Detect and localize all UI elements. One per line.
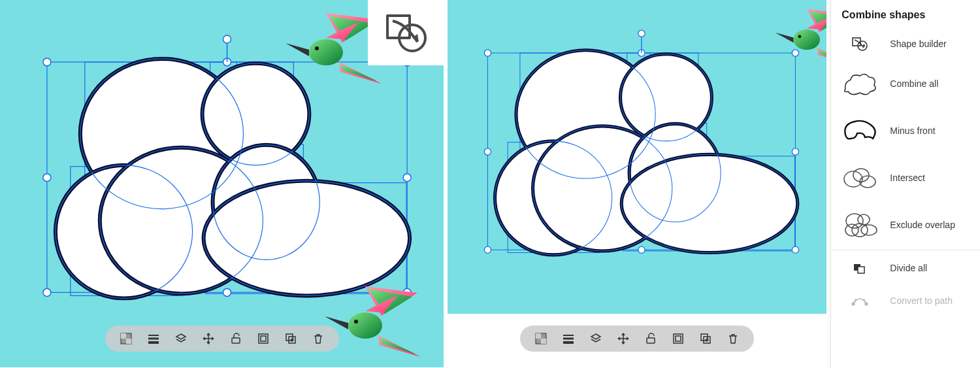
svg-point-72: [484, 148, 491, 155]
artboard-right: [448, 0, 826, 314]
panel-item-label: Combine all: [890, 78, 938, 89]
panel-title: Combine shapes: [831, 0, 980, 27]
panel-item-divide-all[interactable]: Divide all: [831, 252, 980, 284]
exclude-overlap-icon: [841, 209, 878, 241]
panel-item-label: Exclude overlap: [890, 220, 955, 230]
panel-item-intersect[interactable]: Intersect: [831, 154, 980, 201]
svg-rect-87: [647, 338, 655, 343]
svg-point-30: [309, 39, 343, 65]
svg-point-23: [43, 174, 51, 182]
panel-item-label: Minus front: [890, 125, 935, 136]
svg-point-20: [43, 58, 51, 66]
svg-point-103: [861, 225, 877, 235]
combine-all-icon: [841, 68, 878, 99]
delete-button[interactable]: [727, 332, 740, 345]
svg-rect-83: [541, 339, 546, 344]
panel-item-convert-to-path: Convert to path: [831, 284, 980, 317]
canvas-left[interactable]: [0, 0, 444, 368]
svg-point-62: [621, 154, 798, 252]
svg-rect-43: [259, 334, 268, 343]
panel-item-label: Convert to path: [890, 295, 953, 306]
arrange-layers-button[interactable]: [174, 332, 188, 345]
svg-point-26: [223, 288, 231, 296]
svg-point-74: [484, 246, 491, 253]
svg-point-24: [403, 174, 411, 182]
context-toolbar-left: [105, 326, 339, 352]
duplicate-button[interactable]: [699, 332, 712, 345]
svg-point-33: [354, 320, 358, 324]
panel-item-minus-front[interactable]: Minus front: [831, 107, 980, 154]
panel-item-combine-all[interactable]: Combine all: [831, 60, 980, 107]
stroke-weight-button[interactable]: [147, 332, 160, 345]
shape-builder-callout: [368, 0, 444, 65]
context-toolbar-right: [520, 326, 754, 352]
svg-point-28: [223, 35, 231, 43]
stroke-weight-button[interactable]: [562, 332, 575, 345]
shape-builder-icon: [841, 36, 878, 52]
panel-item-label: Intersect: [890, 173, 925, 183]
svg-point-32: [348, 312, 382, 339]
arrange-layers-button[interactable]: [589, 332, 602, 345]
fill-swatch-button[interactable]: [120, 332, 133, 345]
svg-point-69: [484, 50, 491, 56]
delete-button[interactable]: [312, 332, 325, 345]
shape-builder-icon: [380, 10, 432, 55]
panel-item-shape-builder[interactable]: Shape builder: [831, 27, 980, 60]
lock-button[interactable]: [229, 332, 242, 345]
svg-rect-38: [126, 339, 131, 344]
svg-point-25: [43, 288, 51, 296]
svg-point-73: [792, 148, 798, 155]
divide-all-icon: [841, 260, 878, 276]
svg-rect-37: [121, 333, 126, 339]
svg-point-31: [315, 46, 319, 50]
svg-point-79: [794, 29, 821, 50]
panel-item-exclude-overlap[interactable]: Exclude overlap: [831, 201, 980, 248]
svg-point-13: [204, 181, 410, 296]
svg-point-75: [638, 246, 645, 253]
canvas-right[interactable]: [448, 0, 826, 368]
panel-item-label: Divide all: [890, 263, 927, 273]
combine-shapes-panel: Combine shapes Shape builder Combine all…: [830, 0, 980, 368]
svg-point-99: [846, 214, 863, 228]
minus-front-icon: [841, 115, 878, 146]
group-button[interactable]: [672, 332, 685, 345]
move-button[interactable]: [202, 332, 215, 345]
svg-rect-105: [858, 267, 864, 273]
hummingbird-top-right-canvas: [772, 4, 827, 70]
duplicate-button[interactable]: [284, 332, 297, 345]
lock-button[interactable]: [644, 332, 657, 345]
svg-rect-89: [676, 336, 681, 341]
svg-rect-42: [232, 338, 240, 343]
intersect-icon: [841, 162, 878, 193]
convert-to-path-icon: [841, 293, 878, 309]
svg-rect-88: [674, 334, 683, 343]
panel-item-label: Shape builder: [890, 39, 946, 49]
svg-rect-82: [536, 333, 541, 339]
svg-rect-44: [261, 336, 266, 341]
panel-divider: [831, 250, 980, 250]
group-button[interactable]: [257, 332, 270, 345]
hummingbird-bottom-left-canvas: [319, 280, 424, 365]
svg-point-76: [792, 246, 798, 253]
fill-swatch-button[interactable]: [534, 332, 547, 345]
svg-point-77: [638, 30, 645, 37]
move-button[interactable]: [617, 332, 630, 345]
